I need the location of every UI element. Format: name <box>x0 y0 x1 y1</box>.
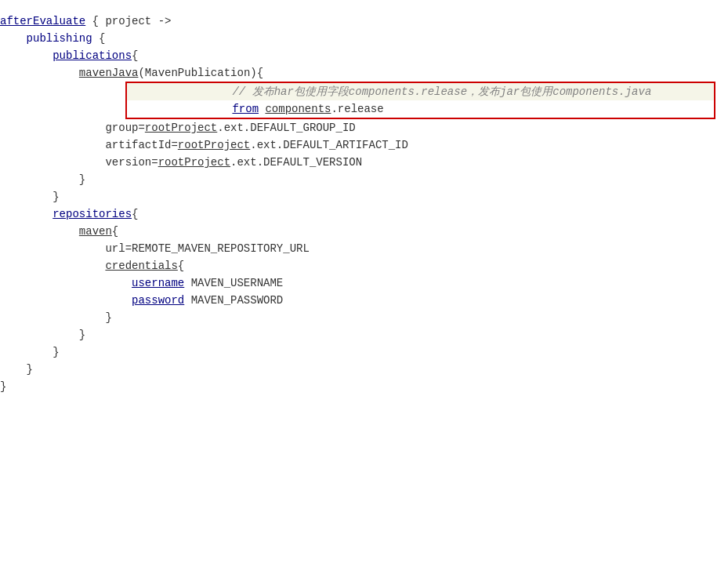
red-box: // 发布har包使用字段components.release，发布jar包使用… <box>125 82 715 119</box>
indent <box>0 329 79 341</box>
indent <box>0 346 53 358</box>
indent <box>0 191 53 203</box>
code-line-1: afterEvaluate { project -> <box>0 13 728 30</box>
method-mavenJava: mavenJava <box>79 67 139 79</box>
comment-text: // 发布har包使用字段components.release，发布jar包使用… <box>232 85 651 98</box>
indent <box>0 49 53 62</box>
keyword-afterEvaluate: afterEvaluate <box>0 15 85 27</box>
indent <box>127 85 232 98</box>
code-text: artifactId= <box>105 139 177 151</box>
code-text: { <box>132 208 138 220</box>
keyword-repositories: repositories <box>53 208 132 220</box>
indent <box>0 122 105 134</box>
code-line-15: credentials{ <box>0 257 728 274</box>
components-text: components <box>265 103 331 115</box>
rootproject-text: rootProject <box>145 122 217 134</box>
code-line-3: publications{ <box>0 47 728 64</box>
indent <box>0 173 79 186</box>
rootproject-text-3: rootProject <box>158 156 230 169</box>
code-line-18: } <box>0 309 728 326</box>
code-line-10: } <box>0 171 728 188</box>
indent <box>0 277 132 289</box>
code-line-4: mavenJava(MavenPublication){ <box>0 64 728 82</box>
code-text: } <box>0 380 6 393</box>
red-box-container: // 发布har包使用字段components.release，发布jar包使用… <box>0 82 728 119</box>
code-text: { <box>132 49 138 62</box>
code-text: .ext.DEFAULT_GROUP_ID <box>217 122 355 134</box>
keyword-publications: publications <box>53 49 132 62</box>
indent <box>0 225 79 238</box>
code-line-19: } <box>0 326 728 343</box>
code-text: .release <box>331 103 383 115</box>
code-line-8: artifactId=rootProject.ext.DEFAULT_ARTIF… <box>0 136 728 154</box>
code-line-17: password MAVEN_PASSWORD <box>0 292 728 309</box>
code-text: } <box>27 363 33 376</box>
code-text: { project -> <box>85 15 171 27</box>
code-text: } <box>79 173 85 186</box>
code-line-7: group=rootProject.ext.DEFAULT_GROUP_ID <box>0 119 728 136</box>
keyword-username: username <box>132 277 184 289</box>
code-line-20: } <box>0 343 728 361</box>
code-text: version= <box>105 156 158 169</box>
indent <box>0 139 105 151</box>
keyword-password: password <box>132 294 184 307</box>
code-text: group= <box>105 122 144 134</box>
code-text: } <box>53 346 59 358</box>
code-text: .ext.DEFAULT_ARTIFACT_ID <box>250 139 408 151</box>
code-text: { <box>178 260 184 272</box>
code-line-14: url=REMOTE_MAVEN_REPOSITORY_URL <box>0 240 728 257</box>
maven-text: maven <box>79 225 112 238</box>
code-line-21: } <box>0 361 728 378</box>
indent <box>0 208 53 220</box>
indent <box>0 260 105 272</box>
indent <box>0 32 27 45</box>
indent <box>0 294 132 307</box>
indent <box>127 103 232 115</box>
code-line-5: // 发布har包使用字段components.release，发布jar包使用… <box>127 83 714 100</box>
code-text: .ext.DEFAULT_VERSION <box>230 156 362 169</box>
indent <box>0 311 105 324</box>
code-text: MAVEN_PASSWORD <box>184 294 283 307</box>
code-text: } <box>53 191 59 203</box>
code-line-2: publishing { <box>0 30 728 47</box>
indent <box>0 363 27 376</box>
rootproject-text-2: rootProject <box>178 139 250 151</box>
code-text: { <box>112 225 118 238</box>
keyword-publishing: publishing <box>27 32 92 45</box>
code-line-13: maven{ <box>0 223 728 240</box>
credentials-text: credentials <box>105 260 177 272</box>
code-line-12: repositories{ <box>0 205 728 223</box>
code-line-22: } <box>0 378 728 395</box>
code-editor: afterEvaluate { project -> publishing { … <box>0 0 728 585</box>
code-text: url=REMOTE_MAVEN_REPOSITORY_URL <box>105 242 309 255</box>
indent <box>0 67 79 79</box>
code-text: (MavenPublication){ <box>138 67 263 79</box>
code-line-6: from components.release <box>127 100 714 118</box>
indent <box>0 242 105 255</box>
code-text: MAVEN_USERNAME <box>184 277 283 289</box>
code-line-9: version=rootProject.ext.DEFAULT_VERSION <box>0 154 728 171</box>
code-line-16: username MAVEN_USERNAME <box>0 274 728 292</box>
code-text: } <box>105 311 111 324</box>
code-text: } <box>79 329 85 341</box>
code-text: { <box>92 32 106 45</box>
code-line-11: } <box>0 188 728 205</box>
keyword-from: from <box>232 103 259 115</box>
indent <box>0 156 105 169</box>
